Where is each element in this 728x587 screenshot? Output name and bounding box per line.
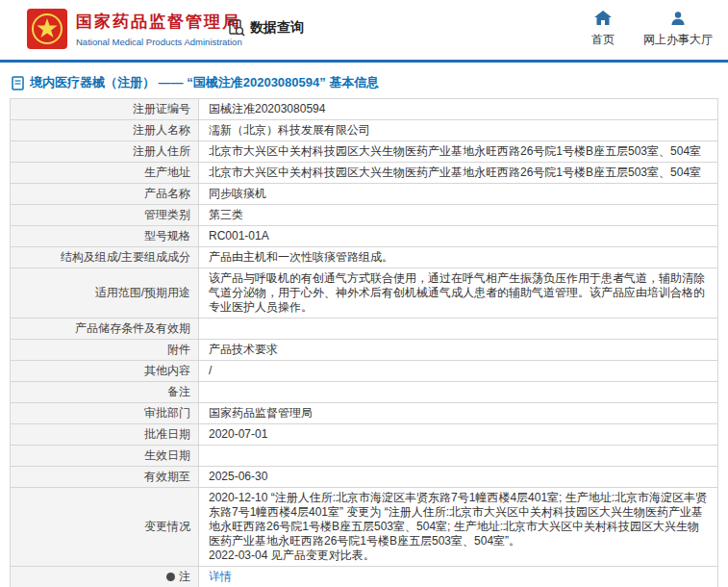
row-label: 生产地址 xyxy=(11,163,199,184)
org-name-cn: 国家药品监督管理局 xyxy=(76,11,242,33)
table-row: 备注 xyxy=(11,382,718,403)
table-row: 产品名称 同步咳痰机 xyxy=(11,184,718,205)
table-row-note: 注 详情 xyxy=(11,567,718,587)
nav-home-label: 首页 xyxy=(591,32,615,48)
row-value: 产品由主机和一次性咳痰管路组成。 xyxy=(199,247,718,268)
table-row: 注册人住所 北京市大兴区中关村科技园区大兴生物医药产业基地永旺西路26号院1号楼… xyxy=(11,141,718,163)
row-value: 国械注准20203080594 xyxy=(199,99,718,120)
row-value: 北京市大兴区中关村科技园区大兴生物医药产业基地永旺西路26号院1号楼B座五层50… xyxy=(199,163,718,184)
row-value: 2020-12-10 “注册人住所:北京市海淀区丰贤东路7号1幢西楼4层401室… xyxy=(199,488,718,567)
data-query-label: 数据查询 xyxy=(250,19,304,37)
table-row: 适用范围/预期用途 该产品与呼吸机的有创通气方式联合使用，通过在呼气相产生振荡负… xyxy=(11,268,718,319)
brand: 国家药品监督管理局 National Medical Products Admi… xyxy=(27,9,242,49)
page-title: 境内医疗器械（注册） —— “国械注准20203080594” 基本信息 xyxy=(12,74,728,91)
table-row: 审批部门 国家药品监督管理局 xyxy=(11,403,718,424)
row-label: 注册人名称 xyxy=(11,120,199,141)
org-name-block: 国家药品监督管理局 National Medical Products Admi… xyxy=(76,11,242,47)
row-value: 第三类 xyxy=(199,205,718,226)
row-label: 批准日期 xyxy=(11,424,199,446)
registration-info-table: 注册证编号 国械注准20203080594 注册人名称 濡新（北京）科技发展有限… xyxy=(10,98,718,587)
table-row: 附件 产品技术要求 xyxy=(11,340,718,361)
row-label: 适用范围/预期用途 xyxy=(11,268,199,319)
row-value: 濡新（北京）科技发展有限公司 xyxy=(199,120,718,141)
document-magnifier-icon xyxy=(228,19,245,37)
header-divider xyxy=(0,60,728,63)
row-label: 其他内容 xyxy=(11,361,199,382)
document-icon xyxy=(12,76,24,90)
row-label: 结构及组成/主要组成成分 xyxy=(11,247,199,268)
table-row-change-history: 变更情况 2020-12-10 “注册人住所:北京市海淀区丰贤东路7号1幢西楼4… xyxy=(11,488,718,567)
row-label: 生效日期 xyxy=(11,446,199,467)
table-row: 产品储存条件及有效期 xyxy=(11,319,718,340)
row-value: 国家药品监督管理局 xyxy=(199,403,718,424)
table-row: 有效期至 2025-06-30 xyxy=(11,467,718,488)
table-row: 生产地址 北京市大兴区中关村科技园区大兴生物医药产业基地永旺西路26号院1号楼B… xyxy=(11,163,718,184)
nav-item-service-hall[interactable]: 网上办事大厅 xyxy=(643,11,713,48)
table-row: 管理类别 第三类 xyxy=(11,205,718,226)
row-value: 该产品与呼吸机的有创通气方式联合使用，通过在呼气相产生振荡负压作用于患者气道，辅… xyxy=(199,268,718,319)
table-row: 注册证编号 国械注准20203080594 xyxy=(11,99,718,120)
page-title-text: 境内医疗器械（注册） —— “国械注准20203080594” 基本信息 xyxy=(30,74,379,91)
row-label: 管理类别 xyxy=(11,205,199,226)
row-value: 北京市大兴区中关村科技园区大兴生物医药产业基地永旺西路26号院1号楼B座五层50… xyxy=(199,141,718,163)
org-name-en: National Medical Products Administration xyxy=(76,37,242,47)
nav-item-home[interactable]: 首页 xyxy=(591,11,615,48)
row-value: 详情 xyxy=(199,567,718,587)
row-value: / xyxy=(199,361,718,382)
row-label: 注册人住所 xyxy=(11,141,199,163)
data-query-button[interactable]: 数据查询 xyxy=(228,19,304,37)
row-label: 产品储存条件及有效期 xyxy=(11,319,199,340)
table-row: 结构及组成/主要组成成分 产品由主机和一次性咳痰管路组成。 xyxy=(11,247,718,268)
table-row: 其他内容 / xyxy=(11,361,718,382)
row-label: 注 xyxy=(11,567,199,587)
table-row: 型号规格 RC001-01A xyxy=(11,226,718,247)
home-icon xyxy=(594,11,612,27)
row-label-text: 注 xyxy=(179,570,190,583)
row-value xyxy=(199,446,718,467)
row-value xyxy=(199,319,718,340)
person-icon xyxy=(670,11,686,27)
row-label: 备注 xyxy=(11,382,199,403)
row-value: RC001-01A xyxy=(199,226,718,247)
note-dot-icon xyxy=(166,573,175,581)
table-row: 生效日期 xyxy=(11,446,718,467)
table-row: 注册人名称 濡新（北京）科技发展有限公司 xyxy=(11,120,718,141)
row-label: 有效期至 xyxy=(11,467,199,488)
details-link[interactable]: 详情 xyxy=(209,570,232,583)
header: 国家药品监督管理局 National Medical Products Admi… xyxy=(0,0,728,60)
row-label: 注册证编号 xyxy=(11,99,199,120)
row-value: 2025-06-30 xyxy=(199,467,718,488)
national-emblem-icon xyxy=(27,9,67,49)
row-label: 变更情况 xyxy=(11,488,199,567)
row-value: 同步咳痰机 xyxy=(199,184,718,205)
row-value xyxy=(199,382,718,403)
row-value: 产品技术要求 xyxy=(199,340,718,361)
row-label: 产品名称 xyxy=(11,184,199,205)
table-row: 批准日期 2020-07-01 xyxy=(11,424,718,446)
header-nav: 首页 网上办事大厅 xyxy=(591,11,713,48)
row-value: 2020-07-01 xyxy=(199,424,718,446)
row-label: 审批部门 xyxy=(11,403,199,424)
row-label: 附件 xyxy=(11,340,199,361)
nav-service-hall-label: 网上办事大厅 xyxy=(643,32,713,48)
row-label: 型号规格 xyxy=(11,226,199,247)
